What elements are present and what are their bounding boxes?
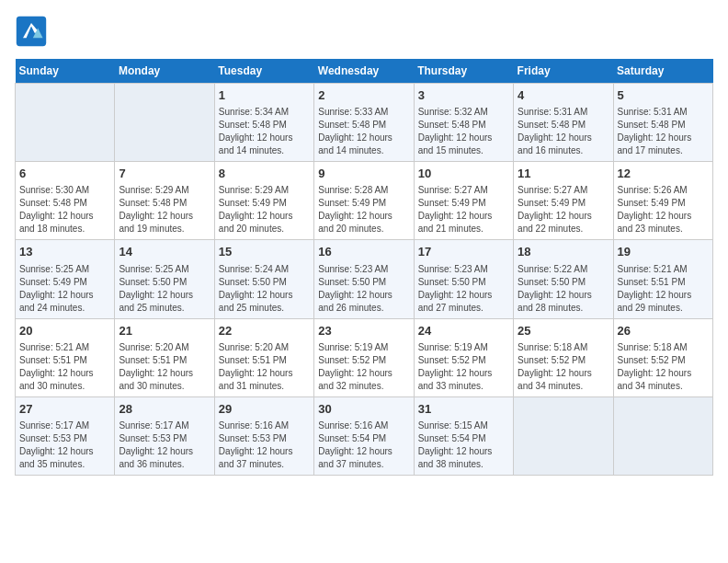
week-row-0: 1Sunrise: 5:34 AMSunset: 5:48 PMDaylight… [16,84,713,162]
logo-icon [15,15,48,48]
day-cell: 4Sunrise: 5:31 AMSunset: 5:48 PMDaylight… [514,84,613,162]
day-cell: 23Sunrise: 5:19 AMSunset: 5:52 PMDayligh… [314,318,414,396]
day-detail: Sunrise: 5:18 AMSunset: 5:52 PMDaylight:… [518,341,609,393]
day-detail: Sunrise: 5:29 AMSunset: 5:49 PMDaylight:… [219,184,310,236]
logo [15,15,51,48]
day-cell [16,84,115,162]
day-cell: 11Sunrise: 5:27 AMSunset: 5:49 PMDayligh… [514,162,613,240]
day-detail: Sunrise: 5:17 AMSunset: 5:53 PMDaylight:… [19,419,110,471]
day-detail: Sunrise: 5:17 AMSunset: 5:53 PMDaylight:… [119,419,210,471]
calendar-table: SundayMondayTuesdayWednesdayThursdayFrid… [15,59,713,476]
day-cell: 22Sunrise: 5:20 AMSunset: 5:51 PMDayligh… [214,318,313,396]
day-cell: 9Sunrise: 5:28 AMSunset: 5:49 PMDaylight… [314,162,414,240]
day-number: 2 [318,87,409,104]
svg-rect-0 [17,17,46,46]
day-cell: 10Sunrise: 5:27 AMSunset: 5:49 PMDayligh… [414,162,513,240]
day-detail: Sunrise: 5:19 AMSunset: 5:52 PMDaylight:… [418,341,509,393]
day-cell: 20Sunrise: 5:21 AMSunset: 5:51 PMDayligh… [16,318,115,396]
day-cell: 24Sunrise: 5:19 AMSunset: 5:52 PMDayligh… [414,318,513,396]
day-number: 30 [318,401,409,418]
day-detail: Sunrise: 5:16 AMSunset: 5:53 PMDaylight:… [219,419,310,471]
day-number: 17 [418,244,509,260]
day-cell: 13Sunrise: 5:25 AMSunset: 5:49 PMDayligh… [16,240,115,318]
day-detail: Sunrise: 5:22 AMSunset: 5:50 PMDaylight:… [518,263,609,315]
day-detail: Sunrise: 5:25 AMSunset: 5:50 PMDaylight:… [119,263,210,315]
day-number: 16 [318,244,409,260]
week-row-3: 20Sunrise: 5:21 AMSunset: 5:51 PMDayligh… [16,318,713,396]
day-detail: Sunrise: 5:28 AMSunset: 5:49 PMDaylight:… [318,184,409,236]
day-detail: Sunrise: 5:27 AMSunset: 5:49 PMDaylight:… [518,184,609,236]
day-cell: 14Sunrise: 5:25 AMSunset: 5:50 PMDayligh… [115,240,214,318]
day-number: 24 [418,323,509,339]
col-header-tuesday: Tuesday [214,59,313,84]
page-header [15,15,713,48]
day-number: 11 [518,166,609,182]
col-header-monday: Monday [115,59,214,84]
day-number: 25 [518,323,609,339]
day-cell: 29Sunrise: 5:16 AMSunset: 5:53 PMDayligh… [214,396,313,475]
day-detail: Sunrise: 5:32 AMSunset: 5:48 PMDaylight:… [418,106,509,157]
day-detail: Sunrise: 5:26 AMSunset: 5:49 PMDaylight:… [618,184,709,236]
week-row-2: 13Sunrise: 5:25 AMSunset: 5:49 PMDayligh… [16,240,713,318]
day-detail: Sunrise: 5:29 AMSunset: 5:48 PMDaylight:… [119,184,210,236]
day-detail: Sunrise: 5:24 AMSunset: 5:50 PMDaylight:… [219,263,310,315]
day-cell: 6Sunrise: 5:30 AMSunset: 5:48 PMDaylight… [16,162,115,240]
day-cell: 28Sunrise: 5:17 AMSunset: 5:53 PMDayligh… [115,396,214,475]
day-cell: 27Sunrise: 5:17 AMSunset: 5:53 PMDayligh… [16,396,115,475]
day-cell [613,396,712,475]
day-number: 18 [518,244,609,260]
day-cell [514,396,613,475]
day-number: 27 [19,401,110,418]
day-number: 13 [19,244,110,260]
day-number: 23 [318,323,409,339]
day-detail: Sunrise: 5:16 AMSunset: 5:54 PMDaylight:… [318,419,409,471]
day-number: 19 [618,244,709,260]
day-cell: 19Sunrise: 5:21 AMSunset: 5:51 PMDayligh… [613,240,712,318]
day-detail: Sunrise: 5:15 AMSunset: 5:54 PMDaylight:… [418,419,509,471]
week-row-1: 6Sunrise: 5:30 AMSunset: 5:48 PMDaylight… [16,162,713,240]
day-detail: Sunrise: 5:30 AMSunset: 5:48 PMDaylight:… [19,184,110,236]
day-detail: Sunrise: 5:18 AMSunset: 5:52 PMDaylight:… [618,341,709,393]
day-detail: Sunrise: 5:21 AMSunset: 5:51 PMDaylight:… [618,263,709,315]
day-detail: Sunrise: 5:19 AMSunset: 5:52 PMDaylight:… [318,341,409,393]
col-header-sunday: Sunday [16,59,115,84]
day-cell: 7Sunrise: 5:29 AMSunset: 5:48 PMDaylight… [115,162,214,240]
day-number: 7 [119,166,210,182]
day-detail: Sunrise: 5:31 AMSunset: 5:48 PMDaylight:… [618,106,709,157]
col-header-thursday: Thursday [414,59,513,84]
day-cell: 2Sunrise: 5:33 AMSunset: 5:48 PMDaylight… [314,84,414,162]
col-header-saturday: Saturday [613,59,712,84]
day-number: 31 [418,401,509,418]
calendar-header: SundayMondayTuesdayWednesdayThursdayFrid… [16,59,713,84]
day-cell: 31Sunrise: 5:15 AMSunset: 5:54 PMDayligh… [414,396,513,475]
week-row-4: 27Sunrise: 5:17 AMSunset: 5:53 PMDayligh… [16,396,713,475]
day-number: 9 [318,166,409,182]
day-number: 21 [119,323,210,339]
header-row: SundayMondayTuesdayWednesdayThursdayFrid… [16,59,713,84]
day-number: 5 [618,87,709,104]
day-number: 22 [219,323,310,339]
col-header-wednesday: Wednesday [314,59,414,84]
day-cell: 25Sunrise: 5:18 AMSunset: 5:52 PMDayligh… [514,318,613,396]
day-number: 3 [418,87,509,104]
col-header-friday: Friday [514,59,613,84]
day-cell: 30Sunrise: 5:16 AMSunset: 5:54 PMDayligh… [314,396,414,475]
day-cell [115,84,214,162]
day-detail: Sunrise: 5:25 AMSunset: 5:49 PMDaylight:… [19,263,110,315]
day-number: 28 [119,401,210,418]
day-number: 29 [219,401,310,418]
calendar-body: 1Sunrise: 5:34 AMSunset: 5:48 PMDaylight… [16,84,713,476]
day-number: 10 [418,166,509,182]
day-number: 4 [518,87,609,104]
day-number: 1 [219,87,310,104]
day-number: 12 [618,166,709,182]
day-cell: 12Sunrise: 5:26 AMSunset: 5:49 PMDayligh… [613,162,712,240]
day-cell: 18Sunrise: 5:22 AMSunset: 5:50 PMDayligh… [514,240,613,318]
day-detail: Sunrise: 5:34 AMSunset: 5:48 PMDaylight:… [219,106,310,157]
day-detail: Sunrise: 5:27 AMSunset: 5:49 PMDaylight:… [418,184,509,236]
day-number: 20 [19,323,110,339]
day-cell: 17Sunrise: 5:23 AMSunset: 5:50 PMDayligh… [414,240,513,318]
day-cell: 26Sunrise: 5:18 AMSunset: 5:52 PMDayligh… [613,318,712,396]
day-detail: Sunrise: 5:20 AMSunset: 5:51 PMDaylight:… [219,341,310,393]
day-cell: 3Sunrise: 5:32 AMSunset: 5:48 PMDaylight… [414,84,513,162]
